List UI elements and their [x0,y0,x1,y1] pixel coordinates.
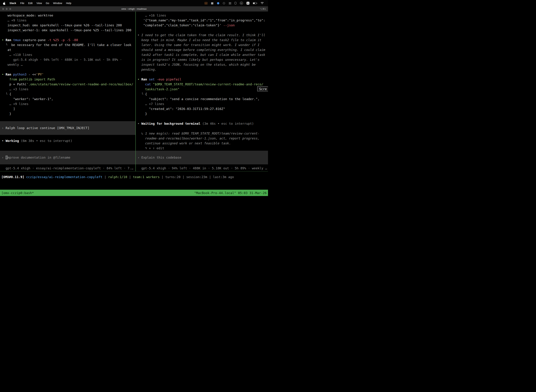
terminal-line: … +9 lines [2,18,135,23]
device-icon[interactable] [234,1,236,5]
menu-item-go[interactable]: Go [44,2,51,5]
terminal-line: › Ralph loop active continue [OMX_TMUX_I… [2,126,135,131]
menu-item-window[interactable]: Window [51,2,64,5]
terminal-line: • I need to get the claim token from the… [138,33,268,37]
menu-item-help[interactable]: Help [64,2,73,5]
grid-icon[interactable]: ▦ [211,1,214,5]
menu-item-edit[interactable]: Edit [26,2,34,5]
terminal-line: "subject": "send a concise recommendatio… [138,97,268,102]
terminal-line: weekly … [2,62,135,67]
terminal-line: › Explain this codebase [138,155,268,160]
terminal-line: inspect_hud: omx sparkshell --tmux-pane … [2,23,135,28]
terminal-line: is in progress? It seems likely but perh… [138,57,268,62]
terminal-line: keep that in mind. Maybe I also need the… [138,37,268,42]
terminal-line [2,33,135,37]
terminal-line: "worker": "worker-1", [2,97,135,102]
terminal-line: from pathlib import Path [2,77,135,82]
terminal-line: task2 after task1 is complete, but can I… [138,52,268,57]
window-shortcut-hint: ⌥⌘1 [260,8,266,10]
screen-overlay-tooltip: Scre [257,86,268,91]
window-title-bar[interactable]: omx --xhigh --madmax ⌥⌘1 [0,6,268,12]
terminal-line: [OMX#0.11.9] cczip/essay/ai-reimplementa… [1,175,268,179]
terminal-line: p = Path('.omx/state/team/review-current… [2,82,135,87]
terminal-line: tasks/task-2.json" [138,87,268,92]
terminal-line: … +7 lines [138,102,268,107]
terminal-line: continue assigned work or next feasible … [138,141,268,146]
terminal-line: readme-and-reco/mailbox/worker-1.json, a… [138,136,268,141]
terminal-line: } [2,111,135,116]
spacer [2,135,135,138]
spacer [138,164,268,166]
pane-right[interactable]: … +16 lines '{"team_name":"my-team","tas… [136,12,268,171]
battery-percent-label: 61 [240,2,243,5]
screen: Slack FileEditViewGoWindowHelp ▦ 61 A ↯ [0,0,268,196]
terminal-line [138,116,268,121]
tmux-status-bar: [omx-cczip0:bash* "MacBook-Pro-44.local"… [0,190,268,196]
terminal-line: … +3 lines [2,87,135,92]
terminal-line: workspace_mode: worktree [2,13,135,18]
terminal-line: ↳ 1 new msg(s): read $OMX_TEAM_STATE_ROO… [138,131,268,136]
menu-items: FileEditViewGoWindowHelp [18,2,73,5]
blue-app-icon[interactable] [217,1,219,5]
terminal-line: "completed","claim_token":"claim-token"}… [138,23,268,28]
terminal-line: at [2,47,135,52]
terminal-line: ⌥ + ↑ edit [138,146,268,151]
terminal-line: '{"team_name":"my-team","task_id":"1","f… [138,18,268,23]
terminal-line: • Ran set -euo pipefail [138,77,268,82]
terminal-line: gpt-5.4 xhigh · 94% left · 488K in · 5.1… [2,57,135,62]
screen-record-icon[interactable] [205,1,207,5]
terminal-line: └ { [138,92,268,97]
menu-bar-status-icons: ▦ 61 A ↯ [203,1,266,5]
terminal-line: • Waiting for background terminal (3m 46… [138,121,268,126]
terminal-line: later. Using the same for transition mig… [138,42,268,47]
terminal-line: └ be necessary for the end of the README… [2,42,135,47]
wifi-icon[interactable] [261,1,264,5]
terminal-line: • Working (6m 38s • esc to interrupt) [2,138,135,143]
spacer [2,164,135,166]
menu-bar: Slack FileEditViewGoWindowHelp ▦ 61 A ↯ [0,0,268,6]
terminal-line: gpt-5.4 xhigh · essay/ai-reimplementatio… [2,166,135,171]
terminal-line: … +16 lines [138,13,268,18]
terminal-line [138,72,268,77]
app-grid-icon[interactable] [229,1,231,5]
menu-item-view[interactable]: View [34,2,44,5]
battery-percent-badge[interactable]: 61 [240,1,243,5]
terminal-line: gpt-5.4 xhigh · 94% left · 488K in · 5.1… [138,166,268,171]
terminal-line: pending. [138,67,268,72]
terminal-line [2,116,135,121]
apple-menu-icon[interactable] [2,2,6,5]
prompt-input-band[interactable]: › Improve documentation in @filename [0,151,135,164]
input-source-icon[interactable]: A [247,1,249,5]
tmux-host-time: "MacBook-Pro-44.local" 05:03 31-Mar-26 [194,191,267,195]
menu-item-file[interactable]: File [18,2,26,5]
battery-icon[interactable]: ↯ [253,1,257,5]
terminal-line: inspect task2's JSON, focusing on the st… [138,62,268,67]
window-title: omx --xhigh --madmax [0,8,268,10]
tmux-panes: workspace_mode: worktree … +9 lines insp… [0,12,268,171]
terminal-line: • Ran python3 - <<'PY' [2,72,135,77]
prompt-suggestion-band[interactable]: › Explain this codebase [136,151,268,164]
pane-left[interactable]: workspace_mode: worktree … +9 lines insp… [0,12,135,171]
terminal-line: } [138,111,268,116]
terminal-line: › Improve documentation in @filename [2,155,135,160]
tmux-session-label: [omx-cczip0:bash* [1,191,34,195]
terminal-line [2,67,135,72]
terminal-line: … +9 lines [2,102,135,107]
terminal-line: … +110 lines [2,52,135,57]
menu-app-name[interactable]: Slack [7,2,18,5]
terminal-line [138,126,268,131]
terminal[interactable]: workspace_mode: worktree … +9 lines insp… [0,12,268,190]
terminal-line: should send a message before completing … [138,47,268,52]
terminal-line: ] [2,107,135,111]
ralph-loop-band: › Ralph loop active continue [OMX_TMUX_I… [0,121,135,135]
terminal-line: cat "$OMX_TEAM_STATE_ROOT/team/review-cu… [138,82,268,87]
terminal-line: └ { [2,92,135,97]
terminal-line: "created_at": "2026-03-31T11:59:27.816Z" [138,107,268,111]
terminal-line: inspect_worker-1: omx sparkshell --tmux-… [2,28,135,33]
menu-bar-left: Slack FileEditViewGoWindowHelp [2,2,73,5]
terminal-line: • Ran tmux capture-pane -t %25 -p -S -80 [2,37,135,42]
dark-app-icon[interactable] [223,1,225,5]
spacer [2,143,135,151]
terminal-line [138,28,268,33]
omx-status-line: [OMX#0.11.9] cczip/essay/ai-reimplementa… [0,175,268,179]
